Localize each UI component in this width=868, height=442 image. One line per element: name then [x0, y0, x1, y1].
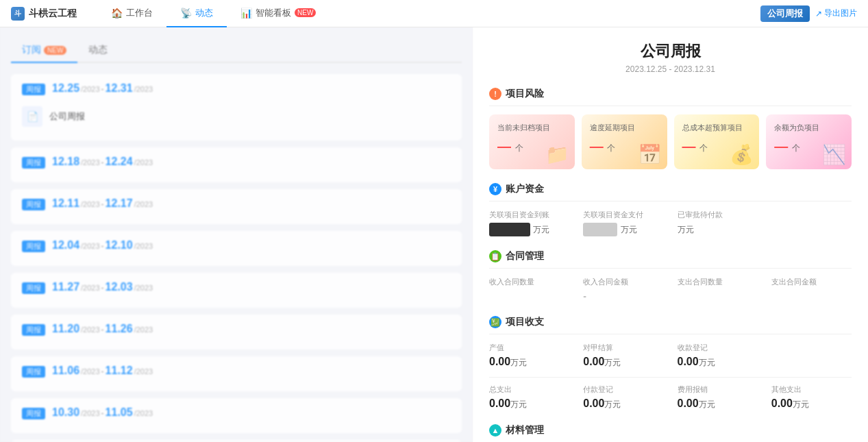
weekly-report-brand: 公司周报 — [760, 5, 810, 22]
risk-cards: 当前未归档项目 — 个 📁 逾度延期项目 — 个 📅 总成本 — [489, 114, 852, 169]
report-label-3: 周报 — [22, 199, 45, 210]
income-cell-10: 总支出 0.00万元 — [489, 384, 569, 410]
risk-img-0: 📁 — [545, 143, 569, 166]
export-icon: ↗ — [815, 9, 822, 19]
section-risk-header: ! 项目风险 — [489, 88, 852, 106]
funds-row: 关联项目资金到账 万元 关联项目资金支付 万元 已审批待付款 — [489, 210, 852, 236]
right-panel: 公司周报 2023.12.25 - 2023.12.31 ! 项目风险 当前未归… — [473, 27, 868, 442]
section-account-funds: ¥ 账户资金 关联项目资金到账 万元 关联项目资金支付 万元 — [489, 183, 852, 236]
tabs: 订阅 NEW 动态 — [11, 38, 462, 63]
risk-img-3: 📉 — [822, 143, 846, 166]
report-date-7: 周报 11.06 /2023 - 11.12 /2023 — [22, 365, 451, 378]
report-item-1[interactable]: 周报 12.25 /2023 - 12.31 /2023 📄 公司周报 — [11, 74, 462, 140]
income-icon: 💹 — [489, 316, 501, 328]
risk-card-negative: 余额为负项目 — 个 📉 — [766, 114, 852, 169]
risk-card-overbudget: 总成本超预算项目 — 个 💰 — [674, 114, 760, 169]
top-navigation: 斗 斗栱云工程 🏠 工作台 📡 动态 📊 智能看板 NEW 公司周报 ↗ 导出图… — [0, 0, 868, 27]
risk-card-unarchived: 当前未归档项目 — 个 📁 — [489, 114, 575, 169]
dashboard-badge: NEW — [295, 8, 316, 17]
report-date-5: 周报 11.27 /2023 - 12.03 /2023 — [22, 281, 451, 294]
income-cell-02: 收款登记 0.00万元 — [678, 343, 758, 369]
income-row-1: 总支出 0.00万元 付款登记 0.00万元 费用报销 0.00万元 — [489, 384, 852, 410]
income-value-11: 0.00万元 — [583, 397, 663, 410]
income-row-0: 产值 0.00万元 对甲结算 0.00万元 收款登记 0.00万元 — [489, 343, 852, 369]
nav-items: 🏠 工作台 📡 动态 📊 智能看板 NEW — [97, 0, 760, 27]
contract-cell-2: 支出合同数量 — [678, 277, 758, 302]
funds-value-2: 万元 — [678, 223, 758, 236]
contract-value-1: - — [583, 290, 663, 302]
company-icon: 📄 — [22, 106, 42, 127]
report-item-7[interactable]: 周报 11.06 /2023 - 11.12 /2023 — [11, 356, 462, 391]
section-contract-header: 📋 合同管理 — [489, 250, 852, 269]
income-value-01: 0.00万元 — [583, 356, 663, 369]
report-item-3[interactable]: 周报 12.11 /2023 - 12.17 /2023 — [11, 189, 462, 224]
contract-cell-1: 收入合同金额 - — [583, 277, 663, 302]
main-layout: 订阅 NEW 动态 周报 12.25 /2023 - 12.31 /2023 📄… — [0, 27, 868, 442]
section-contract: 📋 合同管理 收入合同数量 收入合同金额 - 支出合同数量 支出合同金额 — [489, 250, 852, 302]
brand-icon: 斗 — [11, 7, 25, 21]
report-label-8: 周报 — [22, 408, 45, 419]
section-material-header: ▲ 材料管理 — [489, 424, 852, 442]
nav-dashboard[interactable]: 📊 智能看板 NEW — [227, 0, 330, 27]
nav-dynamic[interactable]: 📡 动态 — [166, 0, 227, 27]
report-period: 2023.12.25 - 2023.12.31 — [489, 64, 852, 74]
subscribe-badge: NEW — [44, 46, 66, 55]
section-project-risk: ! 项目风险 当前未归档项目 — 个 📁 逾度延期项目 — 个 — [489, 88, 852, 169]
income-value-02: 0.00万元 — [678, 356, 758, 369]
funds-cell-spacer — [771, 210, 852, 236]
report-item-6[interactable]: 周报 11.20 /2023 - 11.26 /2023 — [11, 315, 462, 349]
contract-cell-3: 支出合同金额 — [771, 277, 852, 302]
tab-dynamic[interactable]: 动态 — [77, 38, 119, 62]
report-date-6: 周报 11.20 /2023 - 11.26 /2023 — [22, 323, 451, 336]
income-cell-00: 产值 0.00万元 — [489, 343, 569, 369]
income-value-00: 0.00万元 — [489, 356, 569, 369]
tab-subscribe[interactable]: 订阅 NEW — [11, 38, 77, 63]
income-cell-01: 对甲结算 0.00万元 — [583, 343, 663, 369]
funds-cell-0: 关联项目资金到账 万元 — [489, 210, 569, 236]
report-item-4[interactable]: 周报 12.04 /2023 - 12.10 /2023 — [11, 231, 462, 266]
contract-icon: 📋 — [489, 250, 501, 262]
workbench-icon: 🏠 — [111, 8, 123, 19]
report-date-3: 周报 12.11 /2023 - 12.17 /2023 — [22, 197, 451, 210]
report-date-4: 周报 12.04 /2023 - 12.10 /2023 — [22, 239, 451, 252]
export-button[interactable]: ↗ 导出图片 — [815, 8, 857, 19]
risk-icon: ! — [489, 88, 501, 100]
risk-card-overdue: 逾度延期项目 — 个 📅 — [582, 114, 667, 169]
contract-row: 收入合同数量 收入合同金额 - 支出合同数量 支出合同金额 — [489, 277, 852, 302]
report-label-4: 周报 — [22, 241, 45, 252]
section-funds-header: ¥ 账户资金 — [489, 183, 852, 201]
report-label-2: 周报 — [22, 157, 45, 169]
risk-img-1: 📅 — [638, 143, 662, 166]
report-sub-company[interactable]: 📄 公司周报 — [22, 101, 451, 132]
report-label: 周报 — [22, 84, 45, 95]
dashboard-icon: 📊 — [240, 8, 252, 19]
report-date-8: 周报 10.30 /2023 - 11.05 /2023 — [22, 406, 451, 419]
report-date-2: 周报 12.18 /2023 - 12.24 /2023 — [22, 156, 451, 169]
left-panel: 订阅 NEW 动态 周报 12.25 /2023 - 12.31 /2023 📄… — [0, 27, 473, 442]
nav-workbench[interactable]: 🏠 工作台 — [97, 0, 166, 27]
report-item-8[interactable]: 周报 10.30 /2023 - 11.05 /2023 — [11, 398, 462, 433]
report-title: 公司周报 — [489, 41, 852, 62]
income-value-13: 0.00万元 — [771, 397, 852, 410]
income-cell-spacer — [771, 343, 852, 369]
funds-icon: ¥ — [489, 183, 501, 195]
report-label-7: 周报 — [22, 366, 45, 378]
income-cell-13: 其他支出 0.00万元 — [771, 384, 852, 410]
income-value-10: 0.00万元 — [489, 397, 569, 410]
income-cell-11: 付款登记 0.00万元 — [583, 384, 663, 410]
brand-name: 斗栱云工程 — [29, 8, 77, 20]
report-item-5[interactable]: 周报 11.27 /2023 - 12.03 /2023 — [11, 273, 462, 308]
contract-cell-0: 收入合同数量 — [489, 277, 569, 302]
brand-logo[interactable]: 斗 斗栱云工程 — [11, 7, 77, 21]
dynamic-icon: 📡 — [180, 8, 192, 19]
report-item-2[interactable]: 周报 12.18 /2023 - 12.24 /2023 — [11, 147, 462, 182]
material-icon: ▲ — [489, 424, 501, 437]
report-date-1: 周报 12.25 /2023 - 12.31 /2023 — [22, 82, 451, 95]
funds-value-0: 万元 — [489, 223, 569, 236]
report-label-5: 周报 — [22, 282, 45, 294]
section-income-header: 💹 项目收支 — [489, 316, 852, 334]
funds-value-1: 万元 — [583, 223, 663, 236]
risk-img-2: 💰 — [730, 143, 754, 166]
income-divider — [489, 377, 852, 378]
nav-right: 公司周报 ↗ 导出图片 — [760, 5, 857, 22]
